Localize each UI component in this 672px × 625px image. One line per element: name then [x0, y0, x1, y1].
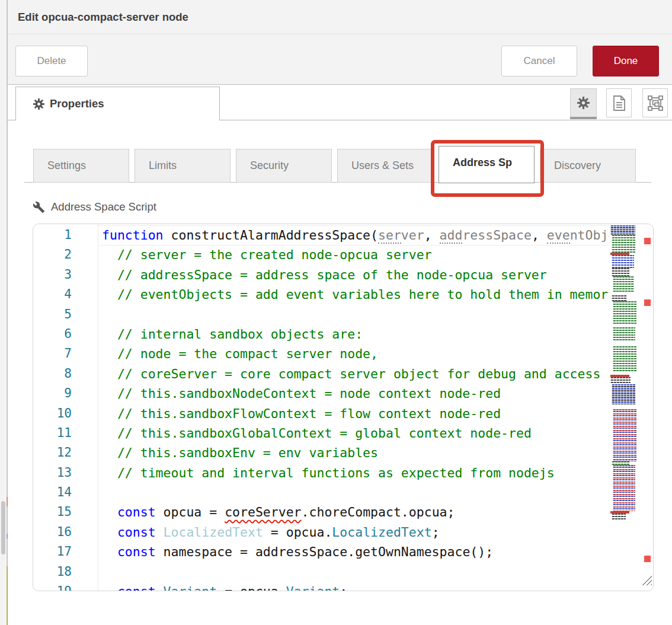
- minimap-block: [613, 346, 636, 371]
- edit-node-dialog: Edit opcua-compact-server node Delete Ca…: [0, 0, 672, 625]
- error-marker: [644, 299, 651, 306]
- minimap-block: [610, 377, 631, 384]
- line-number: 15: [33, 502, 98, 522]
- tab-properties-label: Properties: [50, 97, 104, 110]
- code-area[interactable]: function constructAlarmAddressSpace(serv…: [102, 225, 609, 591]
- minimap-block: [612, 384, 635, 404]
- minimap-block: [612, 295, 627, 301]
- tab-properties[interactable]: Properties: [15, 87, 220, 120]
- line-number: 8: [33, 364, 98, 384]
- minimap-block: [613, 276, 634, 292]
- gutter-divider: [98, 224, 98, 591]
- code-line[interactable]: // this.sandboxNodeContext = node contex…: [102, 384, 609, 403]
- header-divider: [8, 34, 672, 34]
- minimap-block: [612, 235, 635, 253]
- minimap-block: [613, 409, 636, 461]
- description-icon-button[interactable]: [606, 88, 632, 117]
- line-number: 6: [33, 324, 98, 344]
- appearance-icon-button[interactable]: [642, 88, 668, 117]
- dialog-title: Edit opcua-compact-server node: [18, 0, 188, 34]
- code-line[interactable]: [102, 562, 609, 582]
- appearance-icon: [648, 95, 663, 111]
- line-number: 1: [33, 225, 98, 245]
- minimap-block: [610, 225, 635, 235]
- minimap-block: [612, 514, 626, 519]
- section-header: Address Space Script: [33, 200, 156, 213]
- code-line[interactable]: const opcua = coreServer.choreCompact.op…: [102, 502, 609, 522]
- minimap-block: [612, 255, 634, 268]
- line-number: 3: [33, 265, 98, 285]
- line-number: 19: [33, 582, 98, 591]
- cancel-button[interactable]: Cancel: [501, 46, 577, 76]
- line-number: 17: [33, 542, 98, 562]
- resize-grip[interactable]: [640, 573, 652, 585]
- minimap-block: [610, 342, 638, 346]
- edge-tick: [7, 566, 8, 625]
- gear-icon: [577, 97, 590, 109]
- code-line[interactable]: const LocalizedText = opcua.LocalizedTex…: [102, 522, 609, 542]
- code-line[interactable]: // this.sandboxEnv = env variables: [102, 443, 609, 463]
- node-tab-address-sp[interactable]: Address Sp: [439, 146, 535, 183]
- code-line[interactable]: // addressSpace = address space of the n…: [102, 265, 609, 285]
- node-tab-discovery[interactable]: Discovery: [540, 149, 636, 183]
- code-line[interactable]: // eventObjects = add event variables he…: [102, 285, 609, 304]
- line-number: 18: [33, 562, 98, 582]
- minimap-block: [610, 404, 638, 409]
- description-icon: [613, 95, 626, 111]
- gear-icon: [33, 98, 44, 110]
- node-tab-users-sets[interactable]: Users & Sets: [337, 149, 433, 183]
- line-number: 13: [33, 463, 98, 483]
- code-line[interactable]: // server = the created node-opcua serve…: [102, 245, 609, 264]
- error-marker: [644, 238, 651, 244]
- minimap-block: [613, 327, 635, 342]
- line-number: 10: [33, 404, 98, 423]
- line-number: 5: [33, 305, 98, 324]
- code-line[interactable]: // internal sandbox objects are:: [102, 324, 609, 344]
- line-number-gutter: 12345678910111213141516171819: [33, 225, 98, 591]
- error-marker: [644, 556, 651, 562]
- line-number: 14: [33, 483, 98, 502]
- node-tab-settings[interactable]: Settings: [33, 149, 129, 183]
- code-line[interactable]: // coreServer = core compact server obje…: [102, 364, 609, 384]
- page-scrollbar-thumb[interactable]: [1, 501, 5, 554]
- node-tab-limits[interactable]: Limits: [135, 149, 231, 183]
- line-number: 11: [33, 423, 98, 443]
- code-line[interactable]: const namespace = addressSpace.getOwnNam…: [102, 542, 609, 562]
- active-tab-indicator: [570, 117, 597, 119]
- edge-tick: [7, 497, 8, 506]
- line-number: 16: [33, 522, 98, 542]
- code-line[interactable]: const Variant = opcua.Variant;: [102, 582, 609, 591]
- panel-edge-divider: [7, 0, 8, 625]
- code-line[interactable]: // this.sandboxGlobalContext = global co…: [102, 423, 609, 443]
- code-line[interactable]: // node = the compact server node,: [102, 344, 609, 363]
- code-editor[interactable]: 12345678910111213141516171819 function c…: [33, 224, 654, 591]
- code-line[interactable]: // this.sandboxFlowContext = flow contex…: [102, 404, 609, 423]
- minimap[interactable]: [610, 225, 638, 519]
- node-tab-security[interactable]: Security: [236, 149, 332, 183]
- wrench-icon: [33, 201, 45, 213]
- delete-button[interactable]: Delete: [15, 46, 88, 76]
- section-label: Address Space Script: [51, 200, 156, 213]
- minimap-block: [613, 301, 636, 324]
- line-number: 12: [33, 443, 98, 463]
- line-number: 4: [33, 285, 98, 304]
- minimap-block: [612, 268, 629, 276]
- edge-tick: [7, 534, 8, 538]
- line-number: 7: [33, 344, 98, 363]
- line-number: 9: [33, 384, 98, 403]
- code-line[interactable]: // timeout and interval functions as exp…: [102, 463, 609, 483]
- done-button[interactable]: Done: [593, 46, 659, 76]
- properties-icon-button[interactable]: [570, 88, 597, 117]
- code-line[interactable]: [102, 305, 609, 324]
- minimap-block: [613, 465, 635, 511]
- line-number: 2: [33, 245, 98, 264]
- code-line[interactable]: [102, 483, 609, 502]
- code-line[interactable]: function constructAlarmAddressSpace(serv…: [102, 225, 609, 245]
